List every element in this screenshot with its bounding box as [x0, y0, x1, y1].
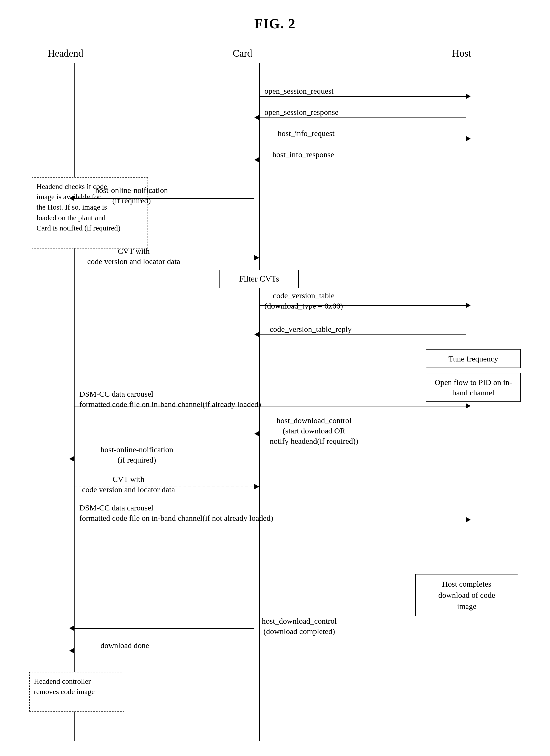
host-online-2-label: host-online-noification(if required) [101, 444, 173, 465]
hdc-1-arrow [255, 431, 259, 436]
download-done-label: download done [101, 641, 149, 650]
hdc-1-label: host_download_control(start download ORn… [270, 415, 358, 446]
card-label: Card [233, 47, 252, 59]
host-completes-box: Host completesdownload of codeimage [415, 574, 518, 616]
open-session-request-label: open_session_request [265, 87, 334, 96]
host-label: Host [452, 47, 471, 59]
dsm-cc-1-arrow [466, 403, 471, 409]
host-info-response-label: host_info_response [273, 150, 334, 159]
download-done-line [74, 651, 255, 651]
host-info-request-arrow [466, 136, 471, 141]
dsm-cc-2-arrow [466, 517, 471, 522]
open-session-request-line [259, 96, 466, 97]
headend-vline [74, 63, 75, 741]
host-online-2-arrow [69, 456, 74, 461]
cvt-2-label: CVT withcode version and locator data [82, 474, 175, 495]
cvt-1-label: CVT withcode version and locator data [87, 246, 180, 266]
open-flow-label: Open flow to PID on in-band channel [429, 377, 517, 398]
dsm-cc-1-label: DSM-CC data carouselformatted code file … [79, 389, 261, 409]
open-session-response-label: open_session_response [265, 108, 338, 117]
tune-frequency-box: Tune frequency [426, 349, 521, 368]
host-info-request-line [259, 139, 466, 139]
host-online-1-arrow [69, 196, 74, 201]
headend-controller-text: Headend controllerremoves code image [34, 677, 95, 696]
open-flow-box: Open flow to PID on in-band channel [426, 373, 521, 402]
hdc-2-label: host_download_control(download completed… [262, 616, 336, 636]
cvt-reply-label: code_version_table_reply [270, 325, 352, 334]
host-info-response-arrow [255, 157, 259, 162]
cvt-reply-line [259, 334, 466, 335]
host-completes-label: Host completesdownload of codeimage [438, 578, 495, 612]
cvt-2-arrow [255, 484, 259, 489]
code-version-table-label: code_version_table(download_type = 0x00) [265, 290, 343, 311]
page: FIG. 2 Headend Card Host open_session_re… [0, 0, 550, 756]
cvt-reply-arrow [255, 332, 259, 337]
headend-controller-box: Headend controllerremoves code image [29, 672, 124, 712]
code-version-table-arrow [466, 303, 471, 308]
filter-cvts-label: Filter CVTs [239, 273, 279, 284]
host-vline [471, 63, 471, 741]
open-session-request-arrow [466, 94, 471, 99]
host-online-1-label: host-online-noification(if required) [95, 185, 168, 206]
open-session-response-line [259, 117, 466, 118]
fig-title: FIG. 2 [21, 16, 529, 31]
hdc-2-line [74, 628, 255, 629]
host-info-response-line [259, 160, 466, 160]
open-session-response-arrow [255, 115, 259, 120]
diagram: Headend Card Host open_session_request o… [21, 47, 529, 735]
cvt-1-arrow [255, 255, 259, 260]
download-done-arrow [69, 648, 74, 653]
hdc-2-arrow [69, 626, 74, 631]
tune-frequency-label: Tune frequency [448, 354, 498, 364]
filter-cvts-box: Filter CVTs [220, 270, 299, 288]
headend-label: Headend [48, 47, 83, 59]
host-info-request-label: host_info_request [277, 129, 334, 138]
dsm-cc-2-label: DSM-CC data carouselformatted code file … [79, 503, 273, 523]
